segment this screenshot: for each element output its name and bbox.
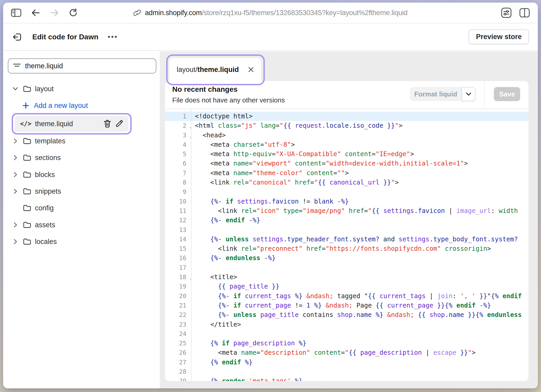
app-header: Edit code for Dawn ••• Preview store (3, 23, 538, 51)
sidebar-toggle-icon[interactable] (11, 9, 21, 17)
code-editor[interactable]: 1<!doctype html>2⌄<html class="js" lang=… (165, 109, 528, 381)
line-number: 12 (165, 216, 191, 225)
filter-icon (13, 63, 21, 69)
code-line-9[interactable]: 9 (165, 187, 528, 197)
code-line-23[interactable]: 23 </title> (165, 320, 528, 329)
code-line-26[interactable]: 26 <meta name="description" content="{{ … (165, 348, 528, 357)
line-number: 10 (165, 197, 191, 206)
code-line-27[interactable]: 27 {% endif %} (165, 358, 528, 367)
line-number: 28 (165, 367, 191, 376)
add-new-layout-link[interactable]: Add a new layout (3, 97, 157, 114)
code-line-17[interactable]: 17 (165, 263, 528, 272)
line-number: 2⌄ (165, 121, 191, 130)
code-line-1[interactable]: 1<!doctype html> (165, 112, 528, 121)
sidebar-item-config[interactable]: config (3, 200, 157, 216)
code-line-16[interactable]: 16 {%- endunless -%} (165, 253, 528, 263)
code-line-3[interactable]: 3⌄ <head> (165, 131, 528, 140)
code-line-2[interactable]: 2⌄<html class="js" lang="{{ request.loca… (165, 121, 528, 130)
page-settings-icon[interactable] (501, 7, 512, 18)
reload-button-icon[interactable] (69, 8, 78, 17)
browser-window: admin.shopify.com/store/rzq1xu-f5/themes… (3, 3, 538, 388)
code-text: </title> (191, 320, 528, 329)
chevron-right-icon[interactable] (11, 172, 19, 178)
code-line-11[interactable]: 11 <link rel="icon" type="image/png" hre… (165, 206, 528, 216)
sidebar-item-locales[interactable]: locales (3, 233, 157, 250)
chevron-down-icon (466, 92, 471, 96)
code-line-18[interactable]: 18⌄ <title> (165, 272, 528, 282)
close-tab-icon[interactable] (248, 67, 254, 72)
code-line-20[interactable]: 20 {%- if current_tags %} &ndash; tagged… (165, 291, 528, 301)
code-line-15[interactable]: 15 <link rel="preconnect" href="https://… (165, 244, 528, 253)
split-view-icon[interactable] (519, 8, 530, 18)
code-panel: No recent changes File does not have any… (165, 81, 528, 381)
code-line-7[interactable]: 7 <meta name="theme-color" content=""> (165, 168, 528, 178)
chevron-right-icon[interactable] (11, 222, 19, 228)
chevron-right-icon[interactable] (11, 188, 19, 194)
code-line-19[interactable]: 19 {{ page_title }} (165, 282, 528, 291)
code-line-22[interactable]: 22 {%- unless page_title contains shop.n… (165, 310, 528, 320)
back-button-icon[interactable] (31, 9, 40, 17)
code-line-12[interactable]: 12 {%- endif -%} (165, 216, 528, 225)
chevron-down-icon[interactable] (11, 87, 19, 91)
code-text: <!doctype html> (191, 112, 528, 121)
code-text (191, 367, 528, 376)
sidebar-item-sections[interactable]: sections (3, 149, 157, 166)
format-dropdown-button[interactable] (462, 87, 476, 101)
exit-icon[interactable] (12, 32, 22, 42)
format-liquid-button[interactable]: Format liquid (410, 87, 476, 101)
code-text: {{ page_title }} (191, 282, 528, 291)
code-text: {% endif %} (191, 358, 528, 367)
fold-chevron-icon[interactable]: ⌄ (189, 131, 192, 141)
status-subtitle: File does not have any other versions (172, 96, 285, 104)
tab-theme-liquid[interactable]: layout/theme.liquid (169, 58, 261, 81)
line-number: 9 (165, 187, 191, 197)
code-line-5[interactable]: 5 <meta http-equiv="X-UA-Compatible" con… (165, 149, 528, 159)
sidebar-item-snippets[interactable]: snippets (3, 183, 157, 200)
code-line-24[interactable]: 24 (165, 329, 528, 339)
more-actions-button[interactable]: ••• (108, 33, 118, 41)
code-line-21[interactable]: 21 {%- if current_page != 1 %} &ndash; P… (165, 301, 528, 310)
file-search-input[interactable]: theme.liquid (8, 58, 156, 74)
code-line-6[interactable]: 6 <meta name="viewport" content="width=d… (165, 159, 528, 168)
code-line-28[interactable]: 28 (165, 367, 528, 376)
preview-store-button[interactable]: Preview store (469, 29, 529, 44)
delete-file-icon[interactable] (103, 120, 111, 128)
code-text: <meta name="theme-color" content=""> (191, 168, 528, 178)
sidebar-item-templates[interactable]: templates (3, 133, 157, 149)
code-line-29[interactable]: 29 {% render 'meta-tags' %} (165, 376, 528, 381)
fold-chevron-icon[interactable]: ⌄ (189, 122, 192, 131)
line-number: 26 (165, 348, 191, 357)
sidebar-item-layout[interactable]: layout (3, 81, 157, 97)
rename-file-icon[interactable] (115, 120, 123, 128)
plus-icon (22, 102, 29, 109)
fold-chevron-icon[interactable]: ⌄ (189, 273, 192, 283)
line-number: 1 (165, 112, 191, 121)
sidebar-item-theme-liquid[interactable]: </> theme.liquid (15, 116, 128, 132)
save-button[interactable]: Save (494, 87, 520, 101)
code-line-4[interactable]: 4 <meta charset="utf-8"> (165, 140, 528, 149)
code-text: <head> (191, 131, 528, 140)
code-text: <meta charset="utf-8"> (191, 140, 528, 149)
chevron-right-icon[interactable] (11, 138, 19, 144)
code-text: <link rel="icon" type="image/png" href="… (191, 206, 528, 216)
code-line-8[interactable]: 8 <link rel="canonical" href="{{ canonic… (165, 178, 528, 187)
chevron-right-icon[interactable] (11, 238, 19, 245)
code-line-13[interactable]: 13 (165, 225, 528, 235)
code-text: {%- unless settings.type_header_font.sys… (191, 235, 528, 244)
sidebar-item-blocks[interactable]: blocks (3, 166, 157, 183)
sidebar-item-assets[interactable]: assets (3, 217, 157, 233)
line-number: 17 (165, 263, 191, 272)
line-number: 13 (165, 225, 191, 235)
forward-button-icon[interactable] (50, 9, 59, 17)
code-line-14[interactable]: 14 {%- unless settings.type_header_font.… (165, 235, 528, 244)
code-line-25[interactable]: 25 {% if page_description %} (165, 339, 528, 348)
code-text: {%- endunless -%} (191, 253, 528, 263)
code-text: {%- unless page_title contains shop.name… (191, 310, 528, 320)
editor-area: layout/theme.liquid No recent changes Fi… (160, 51, 538, 388)
code-line-10[interactable]: 10 {%- if settings.favicon != blank -%} (165, 197, 528, 206)
address-bar[interactable]: admin.shopify.com/store/rzq1xu-f5/themes… (120, 9, 421, 17)
line-number: 15 (165, 244, 191, 253)
header-divider (484, 81, 485, 109)
chevron-right-icon[interactable] (11, 155, 19, 161)
code-text: {%- if current_page != 1 %} &ndash; Page… (191, 301, 528, 310)
